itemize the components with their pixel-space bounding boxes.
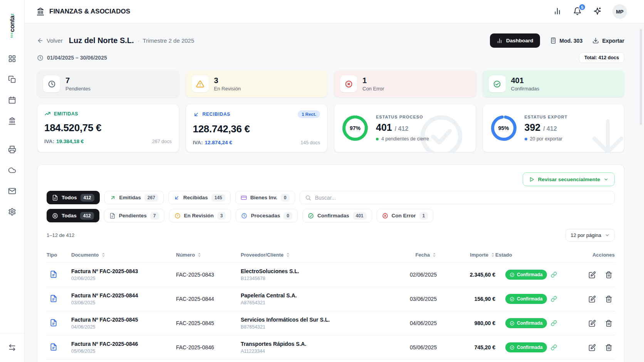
brand-logo-text: conta xyxy=(9,16,15,32)
status-card-value: 7 xyxy=(65,76,91,85)
edit-button[interactable] xyxy=(589,295,596,303)
chip-label: Recibidas xyxy=(183,195,208,200)
brand-logo[interactable]: 500 conta z xyxy=(9,0,15,45)
mod303-button[interactable]: Mod. 303 xyxy=(550,37,583,44)
filter-chip-todos[interactable]: Todos412 xyxy=(47,191,100,204)
bank-icon xyxy=(36,7,45,16)
scrollbar-thumb[interactable] xyxy=(640,29,642,125)
table-row[interactable]: Factura Nº FAC-2025-084403/06/2025FAC-20… xyxy=(47,287,615,311)
page-title: Luz del Norte S.L. xyxy=(69,36,134,45)
export-label: Exportar xyxy=(602,38,624,44)
bar-chart-icon xyxy=(496,38,503,44)
avatar[interactable]: MP xyxy=(612,4,627,19)
sidebar-item-settings[interactable] xyxy=(5,204,20,219)
alert-triangle-icon xyxy=(192,75,209,92)
status-card-pendientes[interactable]: 7Pendientes xyxy=(37,70,179,97)
sidebar-item-documents[interactable] xyxy=(5,72,20,87)
edit-button[interactable] xyxy=(589,271,596,279)
status-card-en-revisi-n[interactable]: 3En Revisión xyxy=(186,70,328,97)
date-range: 01/04/2025 – 30/06/2025 xyxy=(37,55,107,61)
emitidas-card[interactable]: EMITIDAS 184.520,75 € IVA: 19.384,18 € 2… xyxy=(37,104,179,152)
target-icon xyxy=(52,213,58,219)
link-icon[interactable] xyxy=(551,344,557,350)
filter-chip-bienes-inv-[interactable]: Bienes Inv.0 xyxy=(235,191,295,204)
column-header-proveedor-cliente[interactable]: Proveedor/Cliente xyxy=(241,252,379,258)
export-button[interactable]: Exportar xyxy=(592,37,624,44)
invoice-amount: 156,90 € xyxy=(437,296,495,302)
filter-chip-en-revisi-n[interactable]: En Revisión3 xyxy=(169,209,231,222)
back-button[interactable]: Volver xyxy=(37,37,63,44)
review-sequential-button[interactable]: Revisar secuencialmente xyxy=(523,172,615,186)
back-label: Volver xyxy=(47,37,63,44)
notifications-button[interactable]: 5 xyxy=(572,7,582,17)
separator: · xyxy=(138,37,140,44)
chip-label: Procesadas xyxy=(251,213,280,219)
delete-button[interactable] xyxy=(605,271,612,279)
per-page-select[interactable]: 12 por página xyxy=(565,229,615,242)
bank-icon xyxy=(8,117,16,125)
x-circle-icon xyxy=(382,213,388,219)
estatus-export-card[interactable]: 95% ESTATUS EXPORT 392 / 412 20 por expo… xyxy=(483,104,625,152)
estatus-proceso-card[interactable]: 97% ESTATUS PROCESO 401 / 412 4 pendient… xyxy=(334,104,476,152)
status-badge: Confirmada xyxy=(505,294,547,304)
recibidas-card[interactable]: RECIBIDAS 1 Rect. 128.742,36 € IVA: 12.8… xyxy=(186,104,328,152)
delete-button[interactable] xyxy=(605,295,612,303)
delete-button[interactable] xyxy=(605,320,612,327)
swap-arrows-icon xyxy=(8,344,16,352)
invoice-amount: 745,20 € xyxy=(437,344,495,350)
sidebar-item-bank[interactable] xyxy=(5,113,20,128)
analytics-button[interactable] xyxy=(552,7,562,17)
sort-icon xyxy=(490,252,495,257)
filter-chip-recibidas[interactable]: Recibidas145 xyxy=(168,191,231,204)
sidebar-item-cloud[interactable] xyxy=(5,162,20,178)
table-row[interactable]: Factura Nº FAC-2025-084504/06/2025FAC-20… xyxy=(47,311,615,335)
link-icon[interactable] xyxy=(551,320,557,326)
edit-button[interactable] xyxy=(589,320,596,327)
chip-label: Todas xyxy=(62,213,77,219)
status-card-value: 1 xyxy=(362,76,384,85)
document-title: Factura Nº FAC-2025-0844 xyxy=(71,292,176,299)
sidebar-item-mail[interactable] xyxy=(5,183,20,199)
filter-chip-confirmadas[interactable]: Confirmadas401 xyxy=(302,209,372,222)
table-row[interactable]: Factura Nº FAC-2025-084605/06/2025FAC-20… xyxy=(47,335,615,359)
top-header: FINANZAS & ASOCIADOS 5 MP xyxy=(25,0,644,23)
table-row[interactable]: Factura Nº FAC-2025-084302/06/2025FAC-20… xyxy=(47,262,615,287)
status-card-value: 401 xyxy=(511,76,540,85)
search-input[interactable] xyxy=(315,195,609,201)
link-icon[interactable] xyxy=(551,272,557,278)
edit-button[interactable] xyxy=(589,344,596,351)
sidebar-item-calendar[interactable] xyxy=(5,92,20,108)
emitidas-iva-value: 19.384,18 € xyxy=(56,138,84,144)
sidebar-item-switch[interactable] xyxy=(5,340,20,355)
chip-count: 1 xyxy=(419,212,428,220)
status-badge: Confirmada xyxy=(505,318,547,328)
link-icon[interactable] xyxy=(551,296,557,302)
assistant-button[interactable] xyxy=(592,7,602,17)
export-total: / 412 xyxy=(543,125,557,132)
review-sequential-label: Revisar secuencialmente xyxy=(538,177,600,182)
table-row[interactable]: Factura Nº FAC-2025-084706/06/2025FAC-20… xyxy=(47,359,615,362)
sidebar-item-fax[interactable] xyxy=(5,142,20,157)
status-card-label: Con Error xyxy=(362,86,384,92)
filter-chip-con-error[interactable]: Con Error1 xyxy=(377,209,434,222)
status-card-con-error[interactable]: 1Con Error xyxy=(334,70,476,97)
calculator-icon xyxy=(550,37,557,44)
sidebar-item-dashboard[interactable] xyxy=(5,51,20,66)
filter-chip-procesadas[interactable]: Procesadas0 xyxy=(236,209,298,222)
filter-chip-todas[interactable]: Todas412 xyxy=(47,209,99,222)
column-header-fecha[interactable]: Fecha xyxy=(379,252,437,258)
column-header-estado: Estado xyxy=(495,252,572,258)
chip-label: Bienes Inv. xyxy=(250,195,277,200)
filter-chip-pendientes[interactable]: Pendientes7 xyxy=(104,209,164,222)
column-header-importe[interactable]: Importe xyxy=(437,252,495,258)
client-tax-id: B87654321 xyxy=(241,324,379,330)
chip-label: En Revisión xyxy=(184,213,214,219)
chip-label: Emitidas xyxy=(119,195,141,200)
status-card-confirmadas[interactable]: 401Confirmadas xyxy=(483,70,625,97)
column-header-documento[interactable]: Documento xyxy=(71,252,176,258)
filter-chip-emitidas[interactable]: Emitidas267 xyxy=(104,191,164,204)
column-header-n-mero[interactable]: Número xyxy=(176,252,241,258)
delete-button[interactable] xyxy=(605,344,612,351)
dashboard-button[interactable]: Dashboard xyxy=(490,33,540,48)
blue-dot xyxy=(525,138,527,140)
